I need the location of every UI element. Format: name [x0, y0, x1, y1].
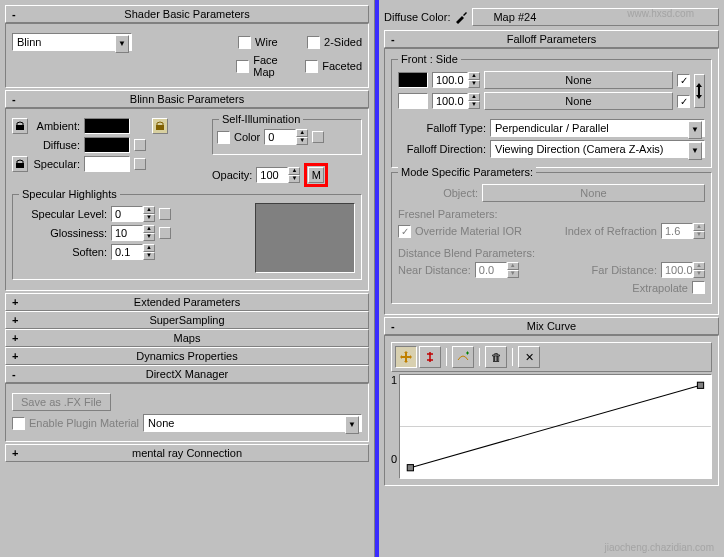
lock-ambient-button[interactable]	[152, 118, 168, 134]
spinner-up[interactable]: ▲	[296, 129, 308, 137]
spec-level-map-button[interactable]	[159, 208, 171, 220]
spec-highlights-title: Specular Highlights	[19, 188, 120, 200]
add-point-icon	[456, 350, 470, 364]
move-tool-button[interactable]	[395, 346, 417, 368]
override-ior-label: Override Material IOR	[415, 225, 522, 237]
lock-icon	[15, 159, 25, 169]
self-illum-map-button[interactable]	[312, 131, 324, 143]
right-panel: Diffuse Color: Map #24 -Falloff Paramete…	[375, 0, 724, 557]
opacity-map-button[interactable]: M	[308, 167, 324, 183]
facemap-checkbox[interactable]	[236, 60, 249, 73]
spec-level-input[interactable]: 0	[111, 206, 143, 222]
diffuse-map-button[interactable]	[134, 139, 146, 151]
extended-params-header[interactable]: +Extended Parameters	[5, 293, 369, 311]
faceted-label: Faceted	[322, 60, 362, 72]
specular-map-button[interactable]	[134, 158, 146, 170]
specular-label: Specular:	[32, 158, 80, 170]
lock-diffuse-specular-button[interactable]	[12, 156, 28, 172]
dynamics-header[interactable]: +Dynamics Properties	[5, 347, 369, 365]
directx-header[interactable]: -DirectX Manager	[5, 365, 369, 383]
spinner-up[interactable]: ▲	[468, 93, 480, 101]
specular-swatch[interactable]	[84, 156, 130, 172]
spinner-down[interactable]: ▼	[296, 137, 308, 145]
spinner-down[interactable]: ▼	[468, 101, 480, 109]
front-value-input[interactable]: 100.0	[432, 72, 468, 88]
spinner-up[interactable]: ▲	[143, 206, 155, 214]
lock-ambient-diffuse-button[interactable]	[12, 118, 28, 134]
supersampling-header[interactable]: +SuperSampling	[5, 311, 369, 329]
spinner-up: ▲	[693, 262, 705, 270]
plugin-dropdown[interactable]: None	[143, 414, 362, 432]
front-enable-checkbox[interactable]: ✓	[677, 74, 690, 87]
two-sided-checkbox[interactable]	[307, 36, 320, 49]
self-illum-input[interactable]: 0	[264, 129, 296, 145]
add-point-button[interactable]	[452, 346, 474, 368]
side-swatch[interactable]	[398, 93, 428, 109]
front-map-button[interactable]: None	[484, 71, 673, 89]
front-side-title: Front : Side	[398, 53, 461, 65]
save-fx-button[interactable]: Save as .FX File	[12, 393, 111, 411]
delete-point-button[interactable]: 🗑	[485, 346, 507, 368]
spinner-down[interactable]: ▼	[468, 80, 480, 88]
swap-icon	[695, 81, 704, 101]
side-value-input[interactable]: 100.0	[432, 93, 468, 109]
falloff-dir-label: Falloff Direction:	[398, 143, 486, 155]
scale-tool-button[interactable]	[419, 346, 441, 368]
swap-button[interactable]	[694, 74, 705, 108]
far-input: 100.0	[661, 262, 693, 278]
extrapolate-label: Extrapolate	[632, 282, 688, 294]
spinner-up[interactable]: ▲	[468, 72, 480, 80]
enable-plugin-checkbox[interactable]	[12, 417, 25, 430]
soften-input[interactable]: 0.1	[111, 244, 143, 260]
spinner-up[interactable]: ▲	[143, 225, 155, 233]
spinner-up[interactable]: ▲	[288, 167, 300, 175]
mentalray-header[interactable]: +mental ray Connection	[5, 444, 369, 462]
svg-rect-6	[698, 382, 704, 388]
maps-header[interactable]: +Maps	[5, 329, 369, 347]
shader-dropdown[interactable]: Blinn	[12, 33, 132, 51]
spinner-down: ▼	[507, 270, 519, 278]
color-checkbox[interactable]	[217, 131, 230, 144]
curve-editor[interactable]	[399, 374, 712, 479]
side-enable-checkbox[interactable]: ✓	[677, 95, 690, 108]
spinner-down[interactable]: ▼	[143, 233, 155, 241]
blinn-basic-header[interactable]: - Blinn Basic Parameters	[5, 90, 369, 108]
ior-input: 1.6	[661, 223, 693, 239]
mix-curve-header[interactable]: -Mix Curve	[384, 317, 719, 335]
spinner-down[interactable]: ▼	[143, 252, 155, 260]
expand-icon: +	[12, 332, 18, 344]
spinner-down[interactable]: ▼	[288, 175, 300, 183]
expand-icon: +	[12, 447, 18, 459]
x-icon: ✕	[525, 351, 534, 364]
reset-button[interactable]: ✕	[518, 346, 540, 368]
left-panel: - Shader Basic Parameters Blinn Wire 2-S…	[0, 0, 375, 557]
maps-title: Maps	[174, 332, 201, 344]
opacity-input[interactable]: 100	[256, 167, 288, 183]
spinner-up[interactable]: ▲	[143, 244, 155, 252]
ambient-swatch[interactable]	[84, 118, 130, 134]
expand-icon: +	[12, 314, 18, 326]
wire-label: Wire	[255, 36, 303, 48]
wire-checkbox[interactable]	[238, 36, 251, 49]
faceted-checkbox[interactable]	[305, 60, 318, 73]
object-button: None	[482, 184, 705, 202]
dynamics-title: Dynamics Properties	[136, 350, 237, 362]
side-map-button[interactable]: None	[484, 92, 673, 110]
shader-basic-header[interactable]: - Shader Basic Parameters	[5, 5, 369, 23]
falloff-dir-dropdown[interactable]: Viewing Direction (Camera Z-Axis)	[490, 140, 705, 158]
supersampling-title: SuperSampling	[149, 314, 224, 326]
diffuse-swatch[interactable]	[84, 137, 130, 153]
falloff-header[interactable]: -Falloff Parameters	[384, 30, 719, 48]
two-sided-label: 2-Sided	[324, 36, 362, 48]
svg-rect-2	[16, 163, 24, 168]
object-label: Object:	[398, 187, 478, 199]
glossiness-map-button[interactable]	[159, 227, 171, 239]
svg-rect-0	[16, 125, 24, 130]
spinner-down[interactable]: ▼	[143, 214, 155, 222]
y-axis-0: 0	[391, 453, 397, 465]
falloff-title: Falloff Parameters	[507, 33, 597, 45]
falloff-type-dropdown[interactable]: Perpendicular / Parallel	[490, 119, 705, 137]
directx-title: DirectX Manager	[146, 368, 229, 380]
front-swatch[interactable]	[398, 72, 428, 88]
glossiness-input[interactable]: 10	[111, 225, 143, 241]
